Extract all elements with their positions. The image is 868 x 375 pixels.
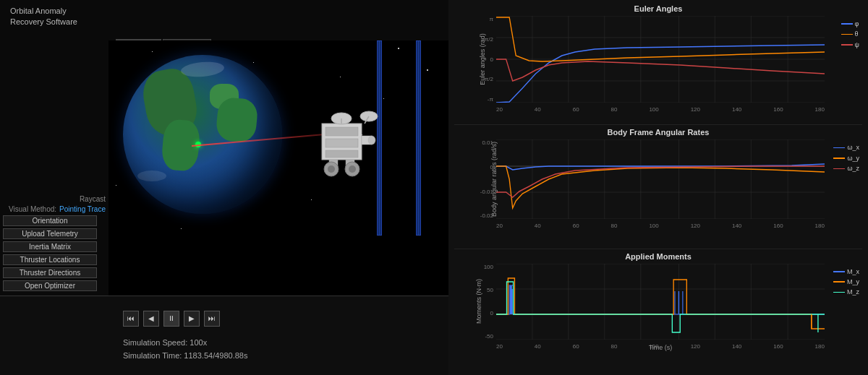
applied-moments-chart: Applied Moments Moments (N·m) 100 50 0 -…: [454, 251, 862, 372]
svg-point-13: [368, 136, 375, 145]
svg-rect-1: [326, 127, 358, 136]
angular-rates-title: Body Frame Angular Rates: [454, 126, 862, 138]
satellite: [289, 84, 391, 201]
simulation-time: Simulation Time: 1183.54/4980.88s: [123, 350, 438, 363]
angular-rates-chart: Body Frame Angular Rates Body angular ra…: [454, 126, 862, 249]
thruster-locations-button[interactable]: Thruster Locations: [3, 254, 97, 265]
angular-svg: [496, 139, 825, 219]
thruster-directions-button[interactable]: Thruster Directions: [3, 267, 97, 278]
star: [340, 77, 341, 77]
cloud: [137, 171, 166, 181]
angular-rates-chart-area: Body angular rates (rad/s) 0.01 0 -0.01 …: [496, 139, 825, 219]
bottom-controls: ⏮ ◀ ⏸ ▶ ⏭ Simulation Speed: 100x Simulat…: [0, 296, 448, 375]
upload-telemetry-button[interactable]: Upload Telemetry: [3, 228, 97, 239]
star: [398, 48, 399, 49]
raycast-label: Raycast: [3, 195, 106, 203]
playback-controls: ⏮ ◀ ⏸ ▶ ⏭: [123, 311, 438, 327]
sim-info: Simulation Speed: 100x Simulation Time: …: [123, 337, 438, 362]
star: [427, 69, 428, 71]
rewind-button[interactable]: ⏮: [123, 311, 139, 327]
viewport: [109, 40, 448, 296]
fast-forward-button[interactable]: ⏭: [204, 311, 220, 327]
applied-moments-title: Applied Moments: [454, 251, 862, 262]
moments-legend: M_x M_y M_z: [833, 267, 859, 298]
svg-rect-3: [326, 150, 358, 158]
euler-angles-chart: Euler Angles Euler angles (rad) π π/2 0 …: [454, 3, 862, 125]
app-title: Orbital Anomaly Recovery Software: [0, 0, 448, 34]
euler-legend: φ θ ψ: [841, 19, 859, 50]
euler-y-ticks: π π/2 0 -π/2 -π: [470, 16, 493, 103]
open-optimizer-button[interactable]: Open Optimizer: [3, 280, 97, 291]
orientation-button[interactable]: Orientation: [3, 215, 97, 226]
land-africa: [215, 97, 258, 144]
angular-legend: ω_x ω_y ω_z: [833, 142, 859, 173]
svg-point-9: [328, 165, 335, 173]
euler-angles-title: Euler Angles: [454, 3, 862, 14]
inertia-matrix-button[interactable]: Inertia Matrix: [3, 241, 97, 252]
visual-method-value: Pointing Trace: [59, 205, 106, 213]
earth: [123, 55, 282, 214]
angular-x-ticks: 20406080100120140160180: [496, 223, 825, 229]
svg-rect-2: [326, 139, 358, 147]
left-panel: Orbital Anomaly Recovery Software Raycas…: [0, 0, 448, 375]
right-panel: Euler Angles Euler angles (rad) π π/2 0 …: [448, 0, 868, 375]
side-controls: Raycast Visual Method: Pointing Trace Or…: [0, 40, 109, 296]
moments-y-ticks: 100 50 0 -50: [470, 264, 493, 340]
moments-chart-area: Moments (N·m) 100 50 0 -50 2040608010012…: [496, 264, 825, 340]
moments-svg: [496, 264, 825, 340]
svg-point-11: [349, 165, 356, 173]
pause-button[interactable]: ⏸: [163, 311, 179, 327]
euler-chart-area: Euler angles (rad) π π/2 0 -π/2 -π 20406…: [496, 16, 825, 103]
visual-method-label: Visual Method:: [9, 205, 56, 213]
euler-svg: [496, 16, 825, 103]
euler-x-ticks: 20406080100120140160180: [496, 106, 825, 113]
moments-x-label: Time (s): [649, 344, 673, 351]
playback-area: ⏮ ◀ ⏸ ▶ ⏭ Simulation Speed: 100x Simulat…: [0, 296, 448, 375]
satellite-svg: [289, 84, 391, 199]
back-button[interactable]: ◀: [143, 311, 159, 327]
forward-button[interactable]: ▶: [184, 311, 200, 327]
star: [253, 62, 254, 63]
star: [152, 51, 153, 52]
visual-method-row: Visual Method: Pointing Trace: [3, 205, 106, 213]
star: [116, 185, 116, 186]
angular-y-ticks: 0.01 0 -0.01 -0.02: [470, 139, 493, 219]
solar-panel-right: [416, 40, 421, 236]
star: [181, 228, 182, 229]
simulation-speed: Simulation Speed: 100x: [123, 337, 438, 350]
cloud: [180, 60, 225, 78]
